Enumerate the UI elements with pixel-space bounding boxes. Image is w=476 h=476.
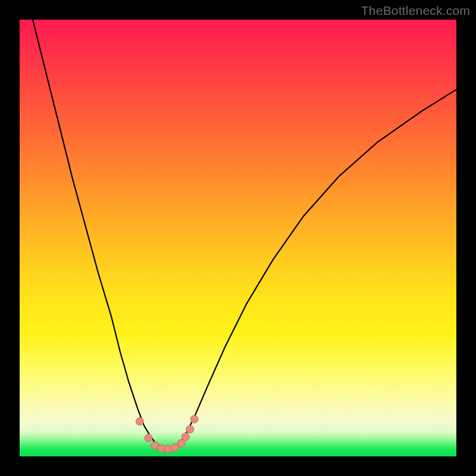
curve-marker [145,434,152,442]
watermark-text: TheBottleneck.com [361,4,470,18]
curve-markers [136,415,198,453]
chart-svg [20,20,456,456]
bottleneck-curve [33,20,456,449]
curve-marker [181,433,189,441]
plot-area [20,20,456,456]
curve-marker [136,418,143,425]
chart-frame: TheBottleneck.com [0,0,476,476]
curve-marker [171,444,178,452]
curve-marker [190,415,198,423]
curve-marker [186,425,194,433]
curve-marker [177,440,185,447]
